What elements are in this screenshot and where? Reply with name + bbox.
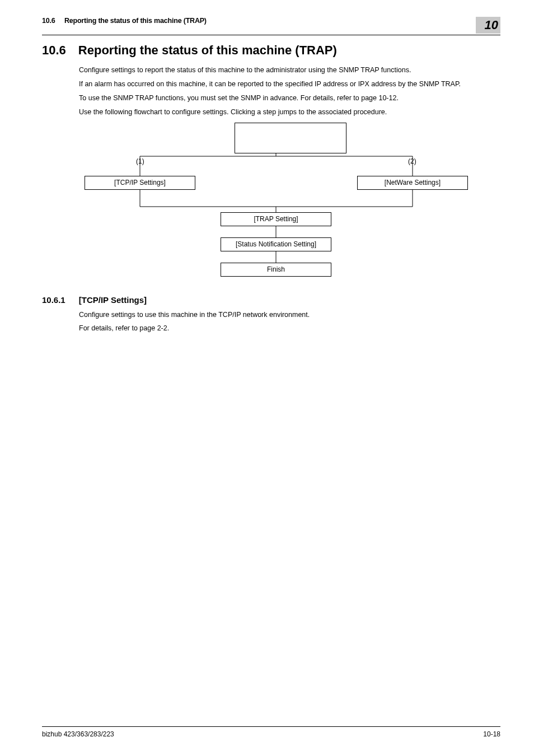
chapter-number-box: 10 <box>476 17 500 34</box>
page-container: 10.6 Reporting the status of this machin… <box>0 0 534 756</box>
flowchart-box-finish-label: Finish <box>267 265 285 273</box>
header-section-number: 10.6 <box>42 17 55 25</box>
footer-row: bizhub 423/363/283/223 10-18 <box>42 730 500 738</box>
running-header: 10.6 Reporting the status of this machin… <box>42 17 207 25</box>
paragraph-3: To use the SNMP TRAP functions, you must… <box>79 94 500 103</box>
flowchart-box-tcpip[interactable]: [TCP/IP Settings] <box>85 176 195 190</box>
page-header: 10.6 Reporting the status of this machin… <box>42 17 500 34</box>
subsection-body: Configure settings to use this machine i… <box>79 310 500 334</box>
section-heading: 10.6 Reporting the status of this machin… <box>42 43 500 58</box>
flowchart-box-tcpip-label: [TCP/IP Settings] <box>114 179 166 186</box>
flowchart-box-trap[interactable]: [TRAP Setting] <box>221 212 331 226</box>
footer-model: bizhub 423/363/283/223 <box>42 730 114 738</box>
flowchart-label-right: (2) <box>408 157 416 166</box>
flowchart-label-left: (1) <box>136 157 144 166</box>
section-title: Reporting the status of this machine (TR… <box>78 43 337 58</box>
paragraph-2: If an alarm has occurred on this machine… <box>79 80 500 89</box>
subsection-heading: 10.6.1 [TCP/IP Settings] <box>42 295 500 305</box>
section-number: 10.6 <box>42 43 66 58</box>
subsection-number: 10.6.1 <box>42 295 65 305</box>
header-divider <box>42 35 500 35</box>
flowchart-box-status[interactable]: [Status Notification Setting] <box>221 237 331 251</box>
flowchart-box-finish: Finish <box>221 263 331 277</box>
subsection-title: [TCP/IP Settings] <box>79 295 147 305</box>
footer-divider <box>42 726 500 727</box>
flowchart-box-netware-label: [NetWare Settings] <box>385 179 441 186</box>
chapter-number: 10 <box>485 19 498 31</box>
flowchart-split-box <box>235 123 346 153</box>
subsection-paragraph-1: Configure settings to use this machine i… <box>79 310 500 320</box>
paragraph-4: Use the following flowchart to configure… <box>79 108 500 117</box>
flowchart-box-netware[interactable]: [NetWare Settings] <box>357 176 468 190</box>
footer-page-number: 10-18 <box>483 730 500 738</box>
section-body: Configure settings to report the status … <box>79 66 500 285</box>
paragraph-1: Configure settings to report the status … <box>79 66 500 75</box>
flowchart: (1) Notification to IP address (2) Notif… <box>79 123 474 285</box>
flowchart-box-status-label: [Status Notification Setting] <box>236 240 316 248</box>
header-running-title: Reporting the status of this machine (TR… <box>64 17 207 25</box>
page-footer: bizhub 423/363/283/223 10-18 <box>42 726 500 738</box>
flowchart-box-trap-label: [TRAP Setting] <box>254 215 298 223</box>
subsection-paragraph-2: For details, refer to page 2-2. <box>79 324 500 333</box>
